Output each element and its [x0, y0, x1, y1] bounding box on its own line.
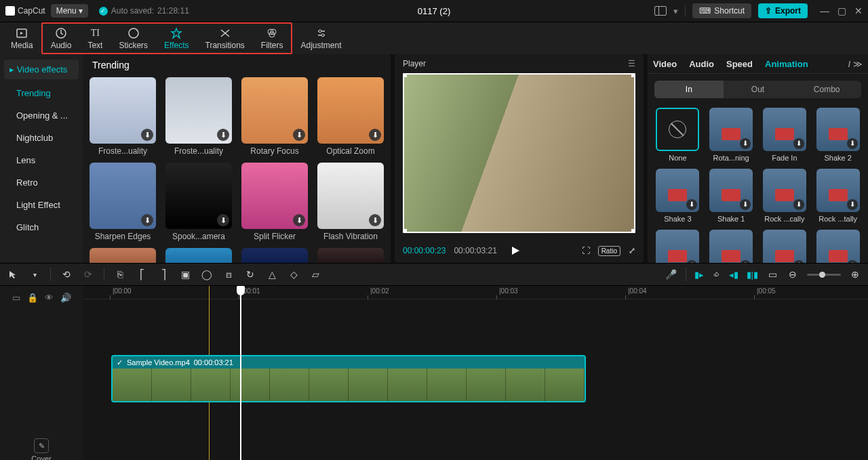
crop-icon[interactable]: ▣: [179, 268, 191, 280]
prop-tabs-overflow[interactable]: I ≫: [848, 59, 863, 69]
animation-item[interactable]: ⬇: [654, 230, 701, 263]
prop-tab-speed[interactable]: Speed: [726, 59, 753, 69]
effect-item[interactable]: ⬇Split Flicker: [241, 163, 308, 241]
layout-chevron-icon[interactable]: ▾: [673, 6, 678, 16]
sidebar-cat-retro[interactable]: Retro: [0, 171, 83, 194]
zoom-out-icon[interactable]: ⊖: [787, 268, 799, 280]
tab-effects[interactable]: Effects: [156, 24, 197, 53]
animation-item[interactable]: ⬇Fade In: [762, 108, 808, 162]
download-icon[interactable]: ⬇: [740, 199, 751, 210]
redo-icon[interactable]: ⟳: [82, 268, 94, 280]
export-button[interactable]: ⇪ Export: [758, 3, 808, 18]
tab-stickers[interactable]: Stickers: [111, 24, 156, 53]
cover-button[interactable]: ✎ Cover: [0, 438, 83, 460]
zoom-slider[interactable]: [807, 274, 841, 276]
animation-item[interactable]: ⬇: [708, 230, 755, 263]
sidebar-cat-trending[interactable]: Trending: [0, 82, 83, 104]
prop-tab-video[interactable]: Video: [653, 59, 677, 69]
animation-item[interactable]: ⬇: [762, 230, 808, 263]
download-icon[interactable]: ⬇: [740, 260, 751, 263]
effect-item[interactable]: [90, 248, 156, 263]
flip-icon[interactable]: △: [266, 268, 278, 280]
trim-right-icon[interactable]: ⎤: [157, 268, 170, 280]
effect-item[interactable]: [317, 248, 384, 263]
tab-transitions[interactable]: Transitions: [197, 24, 253, 53]
undo-icon[interactable]: ⟲: [60, 268, 73, 280]
timeline-tracks[interactable]: |00:00|00:01|00:02|00:03|00:04|00:05 ✓ S…: [83, 286, 868, 460]
animation-item[interactable]: ⬇Rock ...cally: [762, 169, 808, 223]
rotate-icon[interactable]: ◇: [288, 268, 300, 280]
magnet-left-icon[interactable]: ▮▸: [694, 270, 704, 280]
effect-item[interactable]: [241, 248, 308, 263]
subtab-combo[interactable]: Combo: [792, 81, 861, 98]
link-icon[interactable]: ▮|▮: [747, 270, 758, 280]
effect-item[interactable]: ⬇Flash Vibration: [317, 163, 384, 241]
mask-icon[interactable]: ◯: [201, 268, 213, 280]
menu-button[interactable]: Menu ▾: [51, 4, 88, 18]
minimize-button[interactable]: —: [820, 5, 829, 16]
animation-item[interactable]: ⬇Shake 3: [654, 169, 701, 223]
sidebar-cat-nightclub[interactable]: Nightclub: [0, 127, 83, 149]
effect-item[interactable]: ⬇Froste...uality: [90, 77, 156, 156]
download-icon[interactable]: ⬇: [793, 138, 804, 149]
select-tool-icon[interactable]: [7, 268, 19, 280]
download-icon[interactable]: ⬇: [686, 260, 697, 263]
effect-item[interactable]: ⬇Rotary Focus: [241, 77, 308, 156]
animation-item[interactable]: None: [654, 108, 701, 162]
split-icon[interactable]: ⎘: [114, 268, 126, 280]
playhead[interactable]: [240, 286, 241, 460]
tab-audio[interactable]: Audio: [43, 24, 80, 53]
shortcut-button[interactable]: ⌨ Shortcut: [692, 3, 751, 18]
mic-icon[interactable]: 🎤: [665, 268, 677, 280]
track-screen-icon[interactable]: ▭: [12, 293, 20, 303]
effect-item[interactable]: ⬇Spook...amera: [165, 163, 232, 241]
prop-tab-audio[interactable]: Audio: [689, 59, 714, 69]
subtab-out[interactable]: Out: [724, 81, 793, 98]
sidebar-header-video-effects[interactable]: ▸ Video effects: [4, 60, 79, 79]
sidebar-cat-light-effect[interactable]: Light Effect: [0, 194, 83, 216]
track-lock-icon[interactable]: 🔒: [27, 293, 38, 303]
mirror-icon[interactable]: ⧈: [222, 268, 235, 280]
reverse-icon[interactable]: ↻: [244, 268, 256, 280]
tab-adjustment[interactable]: Adjustment: [292, 22, 349, 54]
select-dropdown-icon[interactable]: ▾: [28, 268, 41, 280]
sidebar-cat-lens[interactable]: Lens: [0, 149, 83, 171]
download-icon[interactable]: ⬇: [369, 214, 381, 226]
effect-item[interactable]: [165, 248, 232, 263]
download-icon[interactable]: ⬇: [793, 199, 804, 210]
play-button[interactable]: [511, 246, 520, 255]
zoom-in-icon[interactable]: ⊕: [849, 268, 861, 280]
time-ruler[interactable]: |00:00|00:01|00:02|00:03|00:04|00:05: [83, 286, 868, 299]
download-icon[interactable]: ⬇: [217, 214, 229, 226]
download-icon[interactable]: ⬇: [217, 129, 229, 141]
download-icon[interactable]: ⬇: [293, 129, 305, 141]
download-icon[interactable]: ⬇: [847, 199, 858, 210]
scan-icon[interactable]: ⛶: [582, 246, 590, 255]
player-menu-icon[interactable]: ☰: [628, 59, 635, 68]
preview-icon[interactable]: ▭: [766, 268, 778, 280]
track-visibility-icon[interactable]: 👁: [45, 293, 54, 303]
download-icon[interactable]: ⬇: [793, 260, 804, 263]
track-audio-icon[interactable]: 🔊: [60, 293, 71, 303]
tab-media[interactable]: Media: [3, 22, 41, 54]
effect-item[interactable]: ⬇Froste...uality: [165, 77, 232, 156]
player-viewport[interactable]: [403, 73, 635, 233]
trim-left-icon[interactable]: ⎡: [136, 268, 148, 280]
magnet-right-icon[interactable]: ◂▮: [729, 270, 738, 280]
download-icon[interactable]: ⬇: [141, 214, 153, 226]
crop2-icon[interactable]: ▱: [309, 268, 321, 280]
maximize-button[interactable]: ▢: [837, 5, 846, 16]
download-icon[interactable]: ⬇: [141, 129, 153, 141]
tab-text[interactable]: TI Text: [79, 24, 111, 53]
animation-item[interactable]: ⬇Shake 1: [708, 169, 755, 223]
download-icon[interactable]: ⬇: [847, 138, 858, 149]
sidebar-cat-opening-[interactable]: Opening & ...: [0, 104, 83, 127]
download-icon[interactable]: ⬇: [686, 199, 697, 210]
close-button[interactable]: ✕: [854, 5, 863, 16]
download-icon[interactable]: ⬇: [293, 214, 305, 226]
prop-tab-animation[interactable]: Animation: [765, 59, 808, 69]
effect-item[interactable]: ⬇Sharpen Edges: [90, 163, 156, 241]
animation-item[interactable]: ⬇: [814, 230, 861, 263]
animation-item[interactable]: ⬇Rock ...tally: [814, 169, 861, 223]
effect-item[interactable]: ⬇Optical Zoom: [317, 77, 384, 156]
